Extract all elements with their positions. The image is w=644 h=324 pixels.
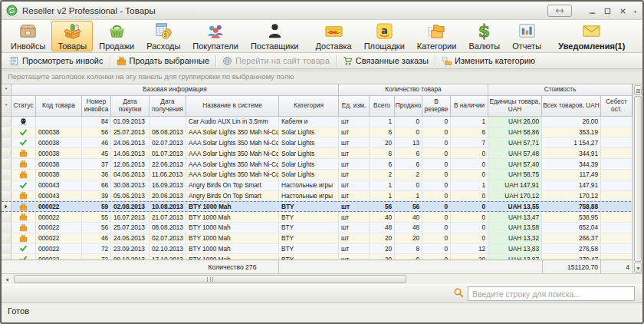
table-row[interactable]: 0000227223.09.201302.10.2013BTY 1000 Mah…: [2, 244, 642, 255]
cell-reserved: 0: [422, 244, 451, 254]
cell-sold: 20: [395, 233, 422, 243]
cell-unit_price: UAH 13,87: [488, 254, 542, 260]
cell-receive_date: 02.10.2013: [150, 244, 186, 254]
cell-invoice_no: 66: [82, 180, 111, 190]
window-menu-caret-icon[interactable]: [630, 4, 638, 18]
toolbar-button-sales[interactable]: Продажи: [93, 21, 140, 51]
toolbar-button-label: Покупатели: [192, 41, 238, 51]
cell-sold: 0: [395, 117, 422, 127]
scroll-down-button[interactable]: [634, 263, 642, 273]
table-row[interactable]: 0000384514.06.201301.07.2013AAA Solar Li…: [2, 148, 642, 159]
toolbar-button-reports[interactable]: Отчеты: [506, 21, 547, 51]
table-row[interactable]: 0000225516.07.201321.07.2013BTY 1000 Mah…: [2, 212, 642, 223]
toolbar-button-currencies[interactable]: $Валюты: [462, 21, 506, 51]
cell-rest: [601, 212, 632, 222]
horizontal-scrollbar-thumb[interactable]: [14, 275, 406, 283]
cell-total_price: 652,04: [542, 223, 601, 233]
cell-unit_price: UAH 57,71: [488, 138, 542, 148]
resize-button[interactable]: [547, 5, 572, 17]
table-row[interactable]: 8401.09.2013Car Audio AUX Lin in 3.5mmКа…: [2, 117, 642, 127]
toolbar-button-buyers[interactable]: Покупатели: [186, 21, 245, 51]
column-group-cost[interactable]: Стоимость: [488, 84, 632, 96]
column-header-unit_price[interactable]: Единицы товара, UAH: [488, 96, 542, 117]
column-group-quantity[interactable]: Количество товара: [339, 84, 488, 96]
cell-category: Solar Lights: [279, 127, 339, 137]
reports-icon: [518, 21, 537, 41]
toolbar-separator: [336, 55, 337, 67]
table-row[interactable]: 0000383712.06.201322.06.2013AAA Solar Li…: [2, 159, 642, 170]
action-button-view-invoice[interactable]: Просмотреть инвойс: [5, 55, 108, 67]
search-input[interactable]: [468, 286, 635, 301]
column-header-receive_date[interactable]: Дата получения: [150, 96, 186, 117]
column-group-base[interactable]: Базовая информация: [12, 84, 339, 96]
table-row[interactable]: 0000385625.07.201308.08.2013AAA Solar Li…: [2, 127, 642, 138]
toolbar-button-invoices[interactable]: Инвойсы: [5, 21, 51, 51]
toolbar-button-marketplaces[interactable]: aПлощадки: [358, 21, 411, 51]
cell-name: BTY 1000 Mah: [186, 202, 279, 211]
maximize-button[interactable]: [600, 5, 615, 16]
grouping-panel[interactable]: Перетащите заголовок колонки на эту пане…: [2, 69, 642, 84]
column-header-invoice_no[interactable]: Номер инвойса: [82, 96, 111, 117]
cell-rest: [601, 223, 632, 233]
cell-invoice_no: 46: [82, 138, 111, 148]
scroll-left-button[interactable]: [2, 275, 12, 283]
column-header-code[interactable]: Код товара: [36, 96, 82, 117]
table-row[interactable]: 0000383604.06.201311.06.2013AAA Solar Li…: [2, 170, 642, 180]
toolbar-button-goods[interactable]: Товары: [51, 21, 93, 51]
action-button-related-orders[interactable]: Связанные заказы: [338, 55, 433, 67]
cell-in_stock: 20: [451, 254, 488, 260]
cell-in_stock: 0: [451, 233, 488, 243]
table-row[interactable]: 0000384624.06.201302.07.2013AAA Solar Li…: [2, 138, 642, 149]
cell-receive_date: 17.10.2013: [150, 254, 186, 260]
column-header-name[interactable]: Название в системе: [186, 96, 279, 117]
cell-purchase_date: 30.08.2013: [111, 180, 150, 190]
toolbar-button-notifications[interactable]: Уведомления(1): [552, 21, 631, 51]
table-row[interactable]: 0000433905.06.201320.06.2013Angry Birds …: [2, 191, 642, 202]
column-header-category[interactable]: Категория: [279, 96, 339, 117]
crate-icon: [19, 191, 28, 200]
toolbar-button-expenses[interactable]: $Расходы: [140, 21, 186, 51]
cell-rest: [601, 138, 632, 148]
row-indicator: [2, 191, 12, 201]
cell-unit_price: UAH 13,55: [488, 202, 542, 211]
table-row[interactable]: 0000225902.08.201310.08.2013BTY 1000 Mah…: [2, 201, 642, 212]
resize-icon: [554, 4, 566, 18]
cell-total_price: 147,91: [542, 180, 601, 190]
action-button-label: Просмотреть инвойс: [22, 56, 104, 65]
minimize-button[interactable]: [584, 5, 600, 16]
toolbar-button-suppliers[interactable]: Поставщики: [245, 21, 305, 51]
column-header-reserved[interactable]: В резерве: [422, 96, 451, 117]
toolbar-button-label: Товары: [58, 41, 87, 51]
cell-status: [12, 117, 36, 127]
toolbar-button-settings[interactable]: Настройки: [636, 21, 644, 51]
toolbar-button-categories[interactable]: Категории: [411, 21, 463, 51]
column-header-total_price[interactable]: Всех товаров, UAH: [542, 96, 601, 117]
cell-rest: [601, 127, 632, 137]
cell-status: [12, 180, 36, 190]
table-row[interactable]: 0000436630.08.201316.09.2013Angry Birds …: [2, 180, 642, 191]
cell-unit_price: UAH 170,12: [488, 191, 542, 201]
action-button-sell-selected[interactable]: Продать выбранные: [112, 55, 214, 67]
column-header-unit[interactable]: Ед. изм.: [339, 96, 370, 117]
toolbar-button-delivery[interactable]: -DHL-Доставка: [309, 21, 357, 51]
column-header-purchase_date[interactable]: Дата покупки: [111, 96, 150, 117]
vertical-scrollbar-thumb[interactable]: [634, 96, 642, 262]
cell-category: BTY: [279, 233, 339, 243]
cell-code: 000022: [36, 233, 82, 243]
cell-status: [12, 244, 36, 254]
table-row[interactable]: 0000224624.06.201302.07.2013BTY 1000 Mah…: [2, 233, 642, 244]
table-row[interactable]: 0000227209.10.201317.10.2013BTY 1000 Mah…: [2, 254, 642, 260]
cell-total: 1: [370, 117, 395, 127]
toolbar-button-label: Площадки: [364, 41, 405, 51]
action-button-change-category[interactable]: Изменить категорию: [437, 55, 540, 67]
status-text: Готов: [8, 306, 29, 316]
column-header-status[interactable]: Статус: [12, 96, 36, 117]
table-row[interactable]: 0000225625.07.201308.08.2013BTY 1000 Mah…: [2, 223, 642, 233]
column-header-total[interactable]: Всего: [370, 96, 395, 117]
close-button[interactable]: [615, 5, 630, 16]
notifications-icon: [582, 21, 601, 41]
column-header-sold[interactable]: Продано: [395, 96, 422, 117]
column-chooser-button[interactable]: [634, 85, 642, 95]
column-header-in_stock[interactable]: В наличии: [451, 96, 488, 117]
column-header-rest[interactable]: Себест ост.: [601, 96, 632, 117]
